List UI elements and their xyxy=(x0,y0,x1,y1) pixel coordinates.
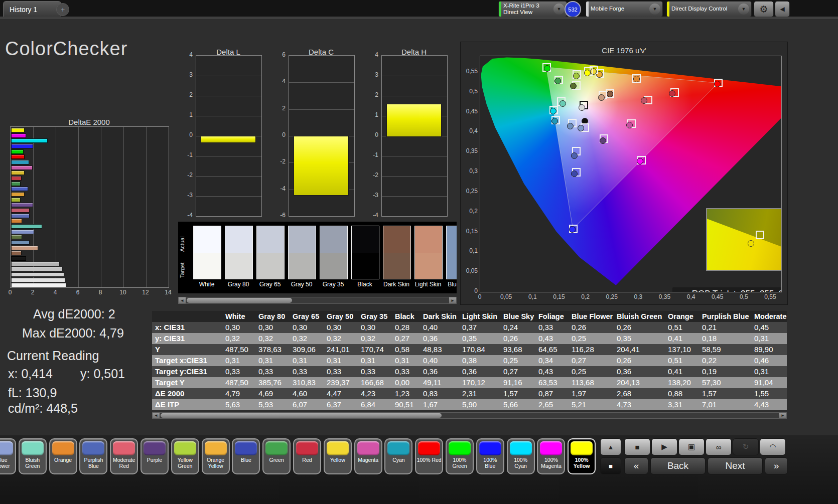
pattern-up-button[interactable]: ▲ xyxy=(600,438,621,455)
table-cell: 0,58 xyxy=(392,344,420,355)
tick-label: 4 xyxy=(179,51,193,58)
patch-button-moderate-red[interactable]: Moderate Red xyxy=(110,438,138,474)
pattern-bar: Blue FlowerBluish GreenOrangePurplish Bl… xyxy=(0,435,838,504)
cie-measured-light-skin xyxy=(598,94,605,101)
patch-button-yellow[interactable]: Yellow xyxy=(324,438,352,474)
meter-dropdown[interactable]: X-Rite i1Pro 3Direct View ▼ xyxy=(498,1,567,17)
nav-last-button[interactable]: » xyxy=(765,457,788,474)
arc-button[interactable]: ◠ xyxy=(760,438,786,455)
add-tab-button[interactable]: + xyxy=(56,3,69,16)
tick-label: 14 xyxy=(164,289,172,296)
nav-first-button[interactable]: « xyxy=(624,457,648,474)
patch-button-purple[interactable]: Purple xyxy=(141,438,169,474)
column-header: Dark Skin xyxy=(420,311,459,322)
patch-button-100-yellow[interactable]: 100% Yellow xyxy=(568,438,596,474)
scroll-right-icon[interactable]: ► xyxy=(779,413,786,418)
tick-label: -4 xyxy=(179,212,193,219)
table-cell: 0,28 xyxy=(392,322,420,333)
patch-button-yellow-green[interactable]: Yellow Green xyxy=(171,438,199,474)
patch-button-100-red[interactable]: 100% Red xyxy=(415,438,443,474)
scrollbar-thumb[interactable] xyxy=(161,413,442,418)
swatch-actual xyxy=(383,226,410,253)
table-cell: 0,19 xyxy=(699,366,751,377)
patch-label: Bluish Green xyxy=(20,457,45,469)
patch-button-blue[interactable]: Blue xyxy=(232,438,260,474)
scroll-right-icon[interactable]: ► xyxy=(449,297,456,303)
gridline xyxy=(196,96,261,96)
table-scrollbar[interactable]: ◄ ► xyxy=(152,412,787,419)
swatch-strip-scrollbar[interactable]: ◄ ► xyxy=(178,297,457,304)
settings-button[interactable]: ⚙ xyxy=(754,1,774,17)
tick-label: 6 xyxy=(271,51,286,58)
patch-label: Orange xyxy=(51,457,76,463)
swatch-target xyxy=(225,253,252,279)
play-button[interactable]: ▶ xyxy=(651,438,677,455)
table-cell: 204,41 xyxy=(614,344,665,355)
table-cell: 64,65 xyxy=(535,344,569,355)
back-button[interactable]: Back xyxy=(650,457,706,474)
swatch-target xyxy=(415,253,442,279)
table-cell: 0,21 xyxy=(699,322,751,333)
patch-button-orange[interactable]: Orange xyxy=(49,438,77,474)
patch-button-blue-flower[interactable]: Blue Flower xyxy=(0,438,16,474)
table-cell: 0,37 xyxy=(459,322,500,333)
tick-label: -2 xyxy=(364,172,378,179)
patch-button-magenta[interactable]: Magenta xyxy=(354,438,382,474)
current-x: x: 0,414 xyxy=(8,367,53,381)
max-de2000: Max dE2000: 4,79 xyxy=(22,326,124,341)
table-cell: 0,31 xyxy=(358,355,392,366)
table-header-row: WhiteGray 80Gray 65Gray 50Gray 35BlackDa… xyxy=(152,311,787,322)
loop-button[interactable]: ∞ xyxy=(706,438,732,455)
scroll-left-icon[interactable]: ◄ xyxy=(179,297,186,303)
pattern-window-button[interactable]: ■ xyxy=(600,457,621,474)
measurement-table: WhiteGray 80Gray 65Gray 50Gray 35BlackDa… xyxy=(152,311,787,410)
table-cell: 204,13 xyxy=(614,377,665,388)
swatch-label: Gray 65 xyxy=(252,281,288,288)
patch-label: 100% Blue xyxy=(478,457,503,469)
column-header: Blue Flower xyxy=(569,311,614,322)
patch-swatch xyxy=(144,441,166,455)
table-cell: 0,51 xyxy=(665,322,699,333)
patch-button-100-magenta[interactable]: 100% Magenta xyxy=(537,438,565,474)
cie-measured-100-blue xyxy=(569,226,576,233)
patch-button-100-blue[interactable]: 100% Blue xyxy=(476,438,504,474)
de-bar-orange xyxy=(11,219,22,223)
table-cell: 4,43 xyxy=(751,399,787,410)
patch-button-cyan[interactable]: Cyan xyxy=(384,438,412,474)
patch-button-100-cyan[interactable]: 100% Cyan xyxy=(507,438,535,474)
strip-swatch-gray-80 xyxy=(225,226,253,279)
pattern-source-dropdown[interactable]: Mobile Forge ▼ xyxy=(586,1,663,17)
table-cell: 0,33 xyxy=(535,322,569,333)
table-cell: 0,32 xyxy=(222,333,255,344)
table-cell: 0,43 xyxy=(535,333,569,344)
patch-button-bluish-green[interactable]: Bluish Green xyxy=(19,438,47,474)
de-bar-foliage xyxy=(11,235,22,239)
tick-label: 12 xyxy=(142,289,150,296)
scrollbar-thumb[interactable] xyxy=(187,298,292,303)
collapse-panel-button[interactable]: ◀ xyxy=(775,1,790,17)
table-cell: 0,27 xyxy=(569,355,614,366)
patch-button-red[interactable]: Red xyxy=(293,438,321,474)
scroll-left-icon[interactable]: ◄ xyxy=(153,413,160,418)
patch-button-orange-yellow[interactable]: Orange Yellow xyxy=(202,438,230,474)
table-cell: 0,33 xyxy=(324,366,358,377)
ddc-dropdown[interactable]: Direct Display Control ▼ xyxy=(666,1,752,17)
delta-bar xyxy=(294,136,349,196)
gridline xyxy=(146,127,147,287)
patch-button-100-green[interactable]: 100% Green xyxy=(446,438,474,474)
row-label: x: CIE31 xyxy=(152,322,222,333)
refresh-button[interactable]: ↻ xyxy=(733,438,759,455)
tab-history-1[interactable]: History 1 xyxy=(3,1,61,17)
meter-count-badge[interactable]: 532 xyxy=(565,1,581,18)
patch-button-purplish-blue[interactable]: Purplish Blue xyxy=(79,438,107,474)
pattern-display-button[interactable]: ▣ xyxy=(678,438,705,455)
patch-label: 100% Magenta xyxy=(538,457,564,469)
table-cell: 5,21 xyxy=(569,399,614,410)
stop-button[interactable]: ■ xyxy=(624,438,650,455)
next-button[interactable]: Next xyxy=(708,457,763,474)
cie-measured-orange xyxy=(633,76,640,82)
patch-button-green[interactable]: Green xyxy=(262,438,291,474)
inset-measured-marker xyxy=(748,240,754,247)
patch-label: Green xyxy=(264,457,289,463)
table-cell: 89,90 xyxy=(751,344,787,355)
